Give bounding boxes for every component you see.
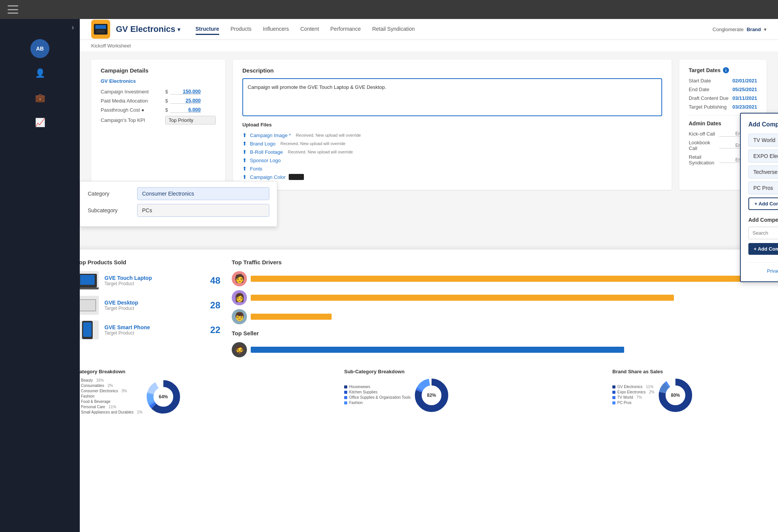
sidebar-item-avatar[interactable]: AB bbox=[30, 39, 49, 58]
category-overlay: Category Consumer Electronics Subcategor… bbox=[80, 181, 277, 227]
investment-amount[interactable]: 150,000 bbox=[170, 88, 201, 95]
legend-label-food: Food & Beverage bbox=[81, 399, 111, 404]
upload-broll-note: Received. New upload will override bbox=[288, 150, 353, 154]
upload-brand-logo-note: Received. New upload will override bbox=[280, 141, 345, 146]
media-value: $ 25,000 bbox=[165, 98, 201, 104]
product-name-phone[interactable]: GVE Smart Phone bbox=[104, 324, 204, 330]
upload-broll-link[interactable]: B-Roll Footage bbox=[250, 149, 283, 155]
legend-label-fashion-sub: Fashion bbox=[349, 401, 363, 405]
legend-label-pcpros-brand: PC Pros bbox=[617, 401, 631, 405]
add-competitive-products-button[interactable]: + Add Competitive Products bbox=[748, 243, 778, 255]
panel-footer: Privacy Terms of Service Contact Us bbox=[748, 262, 778, 274]
competitors-panel: Add Competitors i TV World EXPO Electron… bbox=[740, 113, 778, 282]
menu-icon[interactable] bbox=[8, 5, 18, 14]
legend-label-expo: Expo Electronics bbox=[617, 390, 645, 394]
passthrough-amount[interactable]: 6,000 bbox=[170, 107, 201, 113]
brand-caret-icon[interactable]: ▾ bbox=[177, 26, 180, 33]
desktop-icon bbox=[80, 299, 96, 311]
kpi-select[interactable]: Top Priority Brand Awareness Sales bbox=[165, 116, 216, 125]
tab-content[interactable]: Content bbox=[300, 24, 319, 35]
sidebar-item-analytics[interactable]: 📈 bbox=[30, 113, 49, 132]
brand-logo-inner bbox=[94, 24, 108, 35]
tab-performance[interactable]: Performance bbox=[330, 24, 361, 35]
product-row-desktop: GVE Desktop Target Product 28 bbox=[80, 296, 220, 315]
competitor-item-techverse: Techverse bbox=[748, 166, 778, 178]
sidebar-item-user[interactable]: 👤 bbox=[30, 64, 49, 83]
competitive-products-title: Add Competitive Products bbox=[748, 217, 778, 223]
top-seller-section: Top Seller 🧔 46 bbox=[232, 330, 778, 357]
top-seller-row: 🧔 46 bbox=[232, 342, 778, 357]
traffic-bar-1 bbox=[251, 276, 778, 282]
campaign-name[interactable]: GV Electronics bbox=[101, 78, 216, 84]
privacy-link[interactable]: Privacy bbox=[767, 268, 778, 274]
top-seller-bar-container: 46 bbox=[251, 347, 778, 353]
top-products-title: Top Products Sold bbox=[80, 259, 220, 265]
sidebar: › AB 👤 💼 📈 bbox=[0, 19, 80, 532]
upload-color-link[interactable]: Campaign Color bbox=[250, 174, 286, 180]
product-info-phone: GVE Smart Phone Target Product bbox=[104, 324, 204, 336]
top-products-section: Top Products Sold GVE Touch Laptop Targe… bbox=[80, 259, 220, 361]
category-select[interactable]: Consumer Electronics bbox=[137, 187, 269, 200]
subcategory-select[interactable]: PCs bbox=[137, 204, 269, 217]
traffic-row-3: 👦 7724 bbox=[232, 309, 778, 324]
browser-chrome bbox=[0, 0, 778, 19]
product-count-desktop: 28 bbox=[210, 300, 220, 311]
tab-structure[interactable]: Structure bbox=[196, 24, 219, 35]
legend-pct-expo: 2% bbox=[649, 390, 654, 394]
product-sub-laptop: Target Product bbox=[104, 281, 204, 286]
tab-products[interactable]: Products bbox=[231, 24, 251, 35]
subcategory-donut: 82% bbox=[414, 378, 449, 412]
upload-fonts-link[interactable]: Fonts bbox=[250, 166, 262, 172]
analytics-grid: Top Products Sold GVE Touch Laptop Targe… bbox=[80, 259, 778, 361]
start-date-value[interactable]: 02/01/2021 bbox=[732, 78, 757, 84]
upload-campaign-image: ⬆ Campaign Image * Received. New upload … bbox=[242, 132, 662, 138]
conglomerate-label: Conglomerate bbox=[713, 27, 744, 32]
competitors-title-text: Add Competitors bbox=[748, 121, 778, 128]
campaign-section-title: Campaign Details bbox=[101, 67, 216, 74]
passthrough-value: $ 6,000 bbox=[165, 107, 201, 113]
legend-dot-expo bbox=[612, 391, 615, 394]
legend-pct-small-appliances: 1% bbox=[137, 410, 142, 414]
product-name-desktop[interactable]: GVE Desktop bbox=[104, 300, 204, 306]
sidebar-item-briefcase[interactable]: 💼 bbox=[30, 88, 49, 107]
subcategory-legend: Housewears Kitchen Supplies Office Suppl… bbox=[344, 385, 411, 406]
campaign-details-row: Campaign Details GV Electronics Campaign… bbox=[91, 60, 767, 196]
product-info-desktop: GVE Desktop Target Product bbox=[104, 300, 204, 311]
category-donut-svg: 64% bbox=[146, 380, 180, 414]
legend-office: Office Supplies & Organization Tools bbox=[344, 395, 411, 399]
description-title: Description bbox=[242, 67, 662, 74]
upload-brand-logo-link[interactable]: Brand Logo bbox=[250, 141, 275, 147]
brand-label: Brand bbox=[746, 27, 761, 32]
competitive-products-search[interactable] bbox=[748, 227, 778, 239]
sidebar-toggle[interactable]: › bbox=[0, 23, 80, 32]
traffic-avatar-2: 👩 bbox=[232, 290, 247, 305]
description-text[interactable]: Campaign will promote the GVE Touch Lapt… bbox=[242, 78, 662, 116]
upload-campaign-image-link[interactable]: Campaign Image * bbox=[250, 133, 291, 138]
media-amount[interactable]: 25,000 bbox=[170, 98, 201, 104]
retail-label: Retail Syndication bbox=[689, 154, 719, 166]
category-chart-content: Beauty 16% Consumables 2% Consumer Elect… bbox=[80, 378, 337, 415]
tab-retail[interactable]: Retail Syndication bbox=[372, 24, 415, 35]
investment-dollar: $ bbox=[165, 89, 168, 95]
top-nav: GV Electronics ▾ Structure Products Infl… bbox=[80, 19, 778, 40]
legend-dot-office bbox=[344, 396, 347, 399]
product-name-laptop[interactable]: GVE Touch Laptop bbox=[104, 275, 204, 281]
category-breakdown-chart: Category Breakdown Beauty 16% Consumable… bbox=[80, 369, 337, 415]
passthrough-dollar: $ bbox=[165, 107, 168, 113]
product-count-phone: 22 bbox=[210, 325, 220, 335]
publish-date-value[interactable]: 03/23/2021 bbox=[732, 104, 757, 110]
brand-dropdown-icon[interactable]: ▾ bbox=[764, 27, 767, 32]
phone-icon bbox=[82, 321, 93, 339]
add-competitor-button[interactable]: + Add Competitor bbox=[748, 197, 778, 210]
end-date-value[interactable]: 05/25/2021 bbox=[732, 87, 757, 92]
legend-beauty: Beauty 16% bbox=[80, 378, 142, 382]
legend-label-office: Office Supplies & Organization Tools bbox=[349, 395, 411, 399]
laptop-icon bbox=[80, 274, 97, 287]
investment-value: $ 150,000 bbox=[165, 88, 201, 95]
tab-influencers[interactable]: Influencers bbox=[263, 24, 289, 35]
brand-donut-svg: 80% bbox=[658, 378, 693, 412]
category-label: Category bbox=[88, 191, 130, 197]
draft-date-value[interactable]: 03/11/2021 bbox=[732, 95, 757, 101]
upload-sponsor-logo-link[interactable]: Sponsor Logo bbox=[250, 158, 281, 163]
legend-pct-consumer-electronics: 3% bbox=[122, 389, 127, 393]
